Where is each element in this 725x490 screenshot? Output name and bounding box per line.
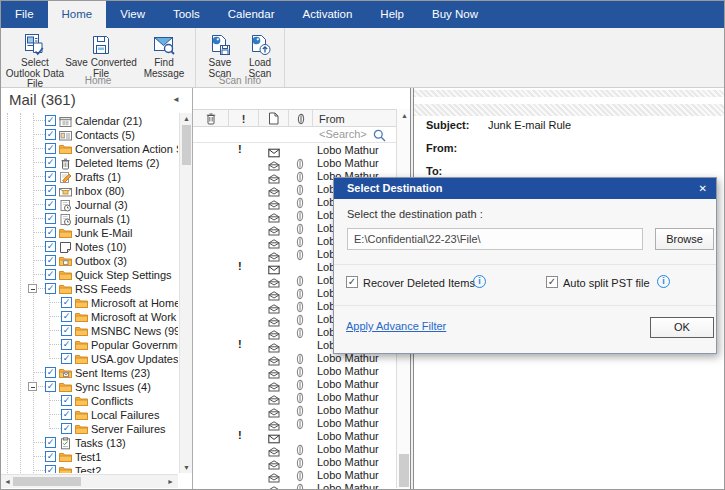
tree-item-rss-feeds[interactable]: ✓RSS Feeds <box>1 281 178 295</box>
search-input[interactable]: <Search> <box>319 128 367 140</box>
message-row[interactable]: !Lobo Mathur <box>193 143 396 156</box>
folder-checkbox[interactable]: ✓ <box>45 115 56 126</box>
sidebar-hscroll-thumb[interactable] <box>13 477 81 486</box>
folder-checkbox[interactable]: ✓ <box>45 255 56 266</box>
destination-path-input[interactable] <box>347 228 643 250</box>
folder-checkbox[interactable]: ✓ <box>45 185 56 196</box>
folder-checkbox[interactable]: ✓ <box>45 465 56 473</box>
auto-split-label[interactable]: Auto split PST file <box>563 277 650 289</box>
folder-checkbox[interactable]: ✓ <box>61 353 72 364</box>
message-row[interactable]: Lobo Mathur <box>193 416 396 429</box>
folder-checkbox[interactable]: ✓ <box>61 339 72 350</box>
message-row[interactable]: Lobo Mathur <box>193 377 396 390</box>
tree-item-sync-issues-4[interactable]: ✓Sync Issues (4) <box>1 379 178 393</box>
tab-help[interactable]: Help <box>366 1 418 28</box>
tab-home[interactable]: Home <box>48 1 107 28</box>
folder-checkbox[interactable]: ✓ <box>45 283 56 294</box>
message-row[interactable]: !Lobo Mathur <box>193 429 396 442</box>
collapse-expander-icon[interactable] <box>28 284 37 293</box>
message-row[interactable]: Lobo Mathur <box>193 364 396 377</box>
column-attachment[interactable] <box>289 110 313 127</box>
sidebar-vertical-scrollbar[interactable]: ▲ ▼ <box>179 113 192 473</box>
folder-checkbox[interactable]: ✓ <box>45 451 56 462</box>
message-row[interactable]: Lobo Mathur <box>193 390 396 403</box>
folder-checkbox[interactable]: ✓ <box>61 423 72 434</box>
folder-checkbox[interactable]: ✓ <box>45 213 56 224</box>
column-delete[interactable] <box>193 110 229 127</box>
sidebar-vscroll-thumb[interactable] <box>182 125 191 165</box>
apply-advance-filter-link[interactable]: Apply Advance Filter <box>346 320 446 332</box>
tab-tools[interactable]: Tools <box>159 1 214 28</box>
scroll-up-icon[interactable]: ▲ <box>401 112 408 119</box>
search-row[interactable]: <Search> <box>193 127 396 143</box>
scroll-up-icon[interactable]: ▲ <box>183 115 190 122</box>
column-item-type[interactable] <box>259 110 289 127</box>
info-icon[interactable]: i <box>473 275 486 288</box>
scroll-left-icon[interactable]: ◄ <box>4 478 11 485</box>
auto-split-checkbox[interactable]: ✓ <box>546 276 558 288</box>
find-message-button[interactable]: Find Message <box>137 29 191 79</box>
tree-item-journals-1[interactable]: ✓journals (1) <box>1 211 178 225</box>
folder-checkbox[interactable]: ✓ <box>61 311 72 322</box>
folder-checkbox[interactable]: ✓ <box>61 297 72 308</box>
recover-deleted-checkbox[interactable]: ✓ <box>346 276 358 288</box>
tab-buy-now[interactable]: Buy Now <box>418 1 492 28</box>
folder-checkbox[interactable]: ✓ <box>45 367 56 378</box>
tab-activation[interactable]: Activation <box>288 1 366 28</box>
scroll-down-icon[interactable]: ▼ <box>183 464 190 471</box>
tree-item-test1[interactable]: ✓Test1 <box>1 449 178 463</box>
folder-checkbox[interactable]: ✓ <box>45 241 56 252</box>
tree-item-quick-step-settings[interactable]: ✓Quick Step Settings <box>1 267 178 281</box>
tree-item-drafts-1[interactable]: ✓Drafts (1) <box>1 169 178 183</box>
folder-checkbox[interactable]: ✓ <box>61 325 72 336</box>
tree-item-sent-items-23[interactable]: ✓Sent Items (23) <box>1 365 178 379</box>
tree-item-contacts-5[interactable]: ✓Contacts (5) <box>1 127 178 141</box>
sidebar-horizontal-scrollbar[interactable]: ◄ ► <box>1 474 178 488</box>
folder-checkbox[interactable]: ✓ <box>45 129 56 140</box>
column-from[interactable]: From <box>313 110 396 127</box>
dialog-title-bar[interactable]: Select Destination ✕ <box>334 178 716 199</box>
save-scan-button[interactable]: Save Scan <box>200 29 240 79</box>
tree-item-junk-e-mail[interactable]: ✓Junk E-Mail <box>1 225 178 239</box>
close-icon[interactable]: ✕ <box>699 178 707 199</box>
tree-item-test2[interactable]: ✓Test2 <box>1 463 178 473</box>
browse-button[interactable]: Browse <box>655 228 714 250</box>
tree-item-notes-10[interactable]: ✓Notes (10) <box>1 239 178 253</box>
tab-calendar[interactable]: Calendar <box>214 1 289 28</box>
tree-item-usa-gov-updates[interactable]: ✓USA.gov Updates: <box>1 351 178 365</box>
folder-checkbox[interactable]: ✓ <box>61 409 72 420</box>
tree-item-inbox-80[interactable]: ✓Inbox (80) <box>1 183 178 197</box>
folder-checkbox[interactable]: ✓ <box>45 381 56 392</box>
list-vscroll-thumb[interactable] <box>399 454 409 487</box>
column-importance[interactable]: ! <box>229 110 259 127</box>
collapse-expander-icon[interactable] <box>28 382 37 391</box>
tab-file[interactable]: File <box>1 1 48 28</box>
tree-item-microsoft-at-work[interactable]: ✓Microsoft at Work <box>1 309 178 323</box>
tree-item-msnbc-news-99[interactable]: ✓MSNBC News (99) <box>1 323 178 337</box>
save-converted-file-button[interactable]: Save Converted File <box>65 29 137 79</box>
message-row[interactable]: Lobo Mathur <box>193 442 396 455</box>
message-row[interactable]: Lobo Mathur <box>193 403 396 416</box>
scroll-right-icon[interactable]: ► <box>167 478 174 485</box>
recover-deleted-label[interactable]: Recover Deleted Items <box>363 277 475 289</box>
folder-checkbox[interactable]: ✓ <box>45 171 56 182</box>
tree-item-local-failures[interactable]: ✓Local Failures <box>1 407 178 421</box>
folder-checkbox[interactable]: ✓ <box>45 143 56 154</box>
tree-item-conflicts[interactable]: ✓Conflicts <box>1 393 178 407</box>
load-scan-button[interactable]: Load Scan <box>240 29 280 79</box>
folder-checkbox[interactable]: ✓ <box>45 157 56 168</box>
tree-item-microsoft-at-home[interactable]: ✓Microsoft at Home <box>1 295 178 309</box>
folder-checkbox[interactable]: ✓ <box>45 199 56 210</box>
tree-item-journal-3[interactable]: ✓Journal (3) <box>1 197 178 211</box>
tree-item-calendar-21[interactable]: ✓Calendar (21) <box>1 113 178 127</box>
message-row[interactable]: Lobo Mathur <box>193 468 396 481</box>
collapse-arrow-icon[interactable]: ◄ <box>172 95 180 104</box>
folder-checkbox[interactable]: ✓ <box>45 269 56 280</box>
message-row[interactable]: Lobo Mathur <box>193 481 396 490</box>
ok-button[interactable]: OK <box>650 317 714 338</box>
tab-view[interactable]: View <box>106 1 159 28</box>
info-icon[interactable]: i <box>657 275 670 288</box>
tree-item-tasks-13[interactable]: ✓Tasks (13) <box>1 435 178 449</box>
message-row[interactable]: Lobo Mathur <box>193 455 396 468</box>
tree-item-deleted-items-2[interactable]: ✓Deleted Items (2) <box>1 155 178 169</box>
